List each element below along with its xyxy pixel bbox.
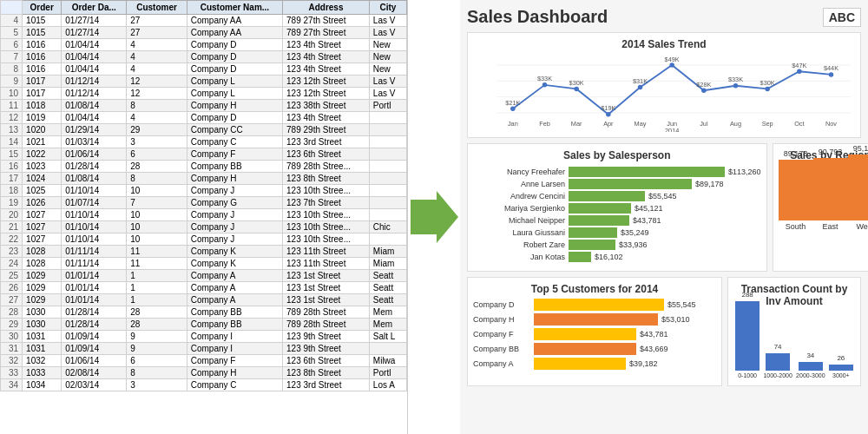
- cell-custid: 12: [127, 88, 187, 100]
- svg-text:Sep: Sep: [762, 120, 773, 128]
- region-bar-col: 89,178 South: [779, 149, 813, 231]
- row-number: 16: [1, 161, 23, 173]
- cell-address: 123 8th Street: [283, 173, 370, 185]
- row-number: 5: [1, 27, 23, 39]
- cell-custname: Company BB: [187, 161, 282, 173]
- trans-count: 34: [806, 352, 814, 359]
- row-number: 7: [1, 51, 23, 63]
- table-row: 17 1024 01/08/14 8 Company H 123 8th Str…: [1, 173, 407, 185]
- cell-date: 01/28/14: [62, 161, 127, 173]
- region-bar: [813, 158, 848, 220]
- col-custname[interactable]: Customer Nam...: [187, 1, 282, 15]
- table-row: 4 1015 01/27/14 27 Company AA 789 27th S…: [1, 15, 407, 27]
- table-row: 15 1022 01/06/14 6 Company F 123 6th Str…: [1, 148, 407, 161]
- table-row: 8 1016 01/04/14 4 Company D 123 4th Stre…: [1, 63, 407, 76]
- col-city[interactable]: City: [369, 1, 406, 15]
- svg-text:2014: 2014: [665, 127, 679, 132]
- cell-address: 123 6th Street: [283, 355, 370, 367]
- trans-count: 26: [837, 354, 845, 362]
- cell-date: 01/29/14: [62, 124, 127, 136]
- cell-city: [369, 136, 406, 148]
- customers-chart-card: Top 5 Customers for 2014 Company D $55,5…: [467, 277, 722, 386]
- svg-marker-0: [411, 191, 458, 243]
- cell-custname: Company L: [187, 88, 282, 100]
- cell-custname: Company AA: [187, 15, 282, 27]
- cell-custid: 8: [127, 173, 187, 185]
- customer-value: $55,545: [667, 300, 696, 309]
- cell-custname: Company F: [187, 148, 282, 161]
- transaction-bar-col: 74 1000-2000: [763, 343, 792, 378]
- col-customer[interactable]: Customer: [127, 1, 187, 15]
- cell-order: 1030: [23, 306, 62, 319]
- cell-address: 123 6th Street: [283, 148, 370, 161]
- cell-city: New: [369, 63, 406, 76]
- bar-label: Mariya Sergienko: [473, 204, 569, 213]
- bar-value: $43,781: [633, 216, 661, 225]
- cell-custid: 10: [127, 209, 187, 221]
- cell-custid: 12: [127, 76, 187, 88]
- cell-custid: 6: [127, 355, 187, 367]
- row-number: 26: [1, 282, 23, 294]
- cell-city: [369, 209, 406, 221]
- cell-custname: Company J: [187, 209, 282, 221]
- cell-date: 01/10/14: [62, 209, 127, 221]
- cell-order: 1029: [23, 270, 62, 282]
- table-row: 19 1026 01/07/14 7 Company G 123 7th Str…: [1, 197, 407, 209]
- col-address[interactable]: Address: [283, 1, 370, 15]
- region-label: East: [823, 222, 838, 231]
- cell-order: 1028: [23, 258, 62, 270]
- bar-value: $16,102: [595, 253, 623, 261]
- bar-label: Laura Giussani: [473, 228, 569, 237]
- cell-city: Las V: [369, 76, 406, 88]
- region-value: 89,178: [784, 149, 808, 158]
- svg-point-14: [797, 69, 802, 75]
- svg-text:$21K: $21K: [505, 99, 520, 107]
- cell-custid: 10: [127, 221, 187, 233]
- cell-address: 789 27th Street: [283, 27, 370, 39]
- cell-date: 01/27/14: [62, 15, 127, 27]
- row-number: 32: [1, 355, 23, 367]
- cell-order: 1027: [23, 233, 62, 246]
- bar-label: Nancy Freehafer: [473, 168, 569, 176]
- cell-custname: Company D: [187, 39, 282, 51]
- customers-bars: Company D $55,545 Company H $53,010 Comp…: [473, 299, 716, 370]
- bar-value: $35,249: [621, 228, 649, 237]
- bar-label: Robert Zare: [473, 240, 569, 249]
- row-number: 17: [1, 173, 23, 185]
- cell-order: 1029: [23, 294, 62, 306]
- table-row: 9 1017 01/12/14 12 Company L 123 12th St…: [1, 76, 407, 88]
- cell-custid: 4: [127, 112, 187, 124]
- row-number: 21: [1, 221, 23, 233]
- salesperson-bar-row: Laura Giussani $35,249: [473, 227, 761, 238]
- bar-label: Jan Kotas: [473, 253, 569, 261]
- col-date[interactable]: Order Da...: [62, 1, 127, 15]
- customer-bar: [534, 299, 664, 311]
- cell-date: 01/12/14: [62, 76, 127, 88]
- cell-custid: 29: [127, 124, 187, 136]
- row-number: 6: [1, 39, 23, 51]
- svg-point-8: [606, 112, 611, 117]
- trans-bar: [766, 353, 790, 371]
- cell-date: 01/10/14: [62, 185, 127, 197]
- cell-custid: 27: [127, 27, 187, 39]
- row-number: 34: [1, 379, 23, 391]
- salesperson-bar-row: Anne Larsen $89,178: [473, 179, 761, 189]
- trend-chart-card: 2014 Sales Trend: [467, 32, 861, 138]
- cell-city: [369, 173, 406, 185]
- cell-order: 1028: [23, 246, 62, 258]
- cell-custid: 3: [127, 379, 187, 391]
- cell-custid: 28: [127, 306, 187, 319]
- cell-order: 1027: [23, 221, 62, 233]
- customer-value: $53,010: [661, 315, 690, 324]
- cell-address: 123 10th Stree...: [283, 233, 370, 246]
- customer-value: $39,182: [629, 359, 658, 368]
- col-order[interactable]: Order: [23, 1, 62, 15]
- cell-custname: Company J: [187, 233, 282, 246]
- row-number: 30: [1, 331, 23, 343]
- customer-name: Company H: [473, 315, 534, 324]
- row-number: 15: [1, 148, 23, 161]
- cell-custname: Company A: [187, 294, 282, 306]
- row-number: 28: [1, 306, 23, 319]
- cell-city: Portl: [369, 367, 406, 379]
- cell-date: 01/28/14: [62, 319, 127, 331]
